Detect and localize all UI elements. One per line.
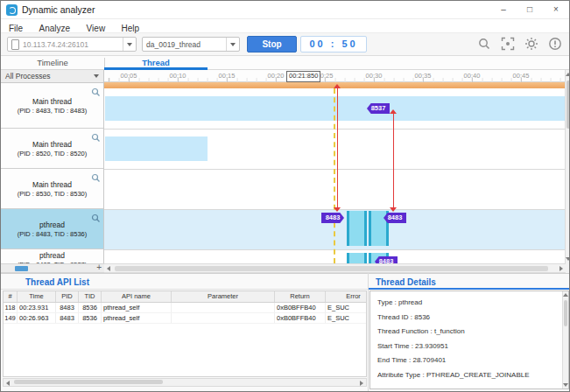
thread-details-title: Thread Details [376,277,436,287]
maximize-button[interactable]: □ [517,1,543,19]
thread-block-8536[interactable] [347,211,367,246]
tab-timeline[interactable]: Timeline [1,56,104,70]
api-list-divider [1,289,368,290]
event-tag[interactable]: 8537 [367,103,390,114]
event-tag[interactable]: 8483 [375,256,398,263]
cell-parameter [172,303,275,312]
cell-parameter [172,313,275,323]
scrollbar-thumb[interactable] [115,266,548,271]
arrow-up-icon [390,109,397,114]
chart-vertical-scrollbar[interactable] [565,70,570,263]
arrow-down-icon [390,207,397,212]
capture-icon[interactable] [501,37,515,54]
info-icon[interactable] [548,37,562,54]
minimize-button[interactable]: – [490,1,517,19]
col-pid[interactable]: PID [56,291,79,302]
scroll-right-icon[interactable] [360,381,363,386]
detail-thread-id: Thread ID : 8536 [377,311,558,326]
thread-row-8530[interactable]: Main thread (PID : 8530, TID : 8530) [1,169,103,209]
all-processes-label: All Processes [1,72,94,80]
zoom-slider-thumb[interactable] [15,266,28,271]
cell-pid: 8483 [56,313,79,323]
thread-row-8520[interactable]: Main thread (PID : 8520, TID : 8520) [1,129,103,169]
cell-index: 149 [4,313,18,323]
detail-thread-function: Thread Function : t_function [377,325,558,340]
thread-details-underline [369,288,569,290]
col-api-name[interactable]: API name [102,291,172,302]
thread-bar-8520[interactable] [105,136,208,161]
thread-join-arrow [393,114,394,207]
col-parameter[interactable]: Parameter [172,291,275,302]
thread-create-arrow [337,88,338,207]
thread-row-8537[interactable]: pthread (PID : 8483, TID : 8537) [1,249,103,263]
col-return[interactable]: Return [275,291,326,302]
chevron-down-icon [123,38,136,51]
time-marker[interactable]: 00:21:850 [286,71,320,82]
device-select-value: 10.113.74.24:26101 [19,40,123,49]
thread-name: pthread [39,251,65,260]
app-select[interactable]: da_0019_thread [142,37,240,52]
zoom-in-button[interactable]: + [96,262,102,272]
device-select[interactable]: 10.113.74.24:26101 [7,37,137,52]
cell-pid: 8483 [56,303,79,312]
title-bar: Dynamic analyzer – □ × [1,1,569,19]
scroll-left-icon[interactable] [6,381,10,386]
scroll-left-icon[interactable] [107,266,110,271]
panel-separator [368,273,369,391]
app-window: Dynamic analyzer – □ × File Analyze View… [0,0,570,392]
table-row[interactable]: 149 00:26.963 8483 8536 pthread_self 0xB… [4,313,366,324]
cell-error: E_SUC [326,303,367,312]
thread-row-8536-selected[interactable]: pthread (PID : 8483, TID : 8536) [1,209,103,249]
cell-tid: 8536 [79,303,102,312]
event-tag[interactable]: 8483 [321,213,344,223]
thread-name: Main thread [32,97,72,106]
magnifier-icon[interactable] [91,211,101,227]
timeline-chart[interactable]: 00:05 00:10 00:15 00:20 00:25 00:30 00:3… [104,70,566,263]
api-table-header: # Time PID TID API name Parameter Return… [4,291,366,303]
toolbar-icons [477,37,562,54]
thread-ids: (PID : 8483, TID : 8536) [18,230,87,238]
scroll-up-icon[interactable] [563,293,568,297]
scrollbar-thumb[interactable] [566,80,570,129]
window-title: Dynamic analyzer [22,4,95,15]
chevron-down-icon [94,74,99,78]
cell-api-name: pthread_self [102,303,172,312]
timer-display: 00 : 50 [300,36,367,52]
magnifier-icon[interactable] [91,171,101,186]
magnifier-icon[interactable] [91,130,101,146]
magnifier-icon[interactable] [91,85,101,101]
cell-error: E_SUC [326,313,367,323]
api-table-scrollbar[interactable] [3,378,367,387]
scroll-down-icon[interactable] [563,383,568,387]
chevron-down-icon [226,38,239,51]
cell-return: 0xB0BFFB40 [275,303,326,312]
thread-name: pthread [39,220,65,229]
details-scrollbar[interactable] [562,291,568,388]
search-icon[interactable] [477,37,491,54]
cell-return: 0xB0BFFB40 [275,313,326,323]
col-tid[interactable]: TID [79,291,102,302]
detail-start-time: Start Time : 23.930951 [377,340,558,354]
scrollbar-thumb[interactable] [14,380,163,384]
table-row[interactable]: 118 00:23.931 8483 8536 pthread_self 0xB… [4,303,366,313]
zoom-slider[interactable]: + [1,263,104,273]
close-button[interactable]: × [543,1,569,19]
gear-icon[interactable] [524,37,538,54]
scrollbar-thumb[interactable] [564,300,567,326]
thread-block-8537[interactable] [347,253,367,263]
app-select-value: da_0019_thread [143,40,226,49]
scroll-up-icon[interactable] [566,73,570,76]
event-tag[interactable]: 8483 [384,213,406,223]
chart-horizontal-scrollbar[interactable] [104,263,566,273]
api-list-title: Thread API List [25,277,89,287]
scroll-down-icon[interactable] [566,257,570,261]
all-processes-select[interactable]: All Processes [1,70,104,83]
time-ruler: 00:05 00:10 00:15 00:20 00:25 00:30 00:3… [104,70,566,82]
col-error[interactable]: Error [326,291,367,302]
col-time[interactable]: Time [18,291,56,302]
selection-line [334,88,335,263]
scroll-right-icon[interactable] [559,266,563,271]
thread-row-8483[interactable]: Main thread (PID : 8483, TID : 8483) [1,83,103,129]
col-index[interactable]: # [4,291,18,302]
stop-button[interactable]: Stop [247,36,297,52]
